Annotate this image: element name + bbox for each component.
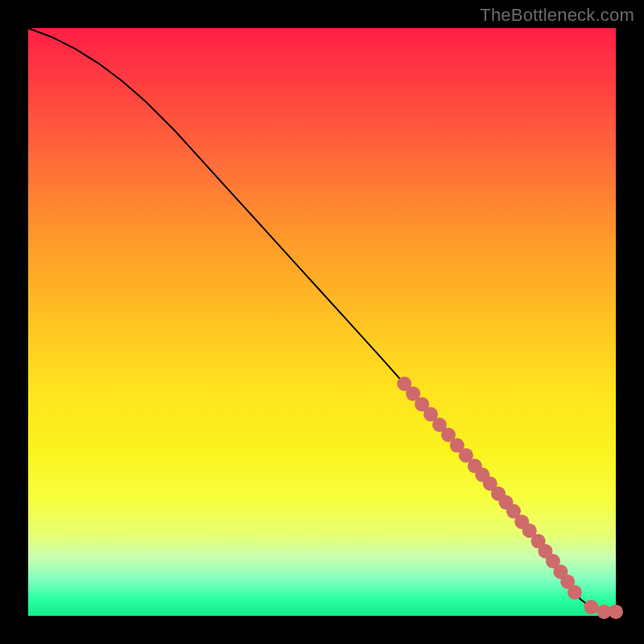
- data-point: [609, 605, 623, 619]
- data-point: [568, 585, 582, 600]
- scatter-points: [397, 377, 623, 619]
- chart-svg: [28, 28, 616, 616]
- watermark-label: TheBottleneck.com: [480, 5, 634, 26]
- data-point: [584, 600, 598, 614]
